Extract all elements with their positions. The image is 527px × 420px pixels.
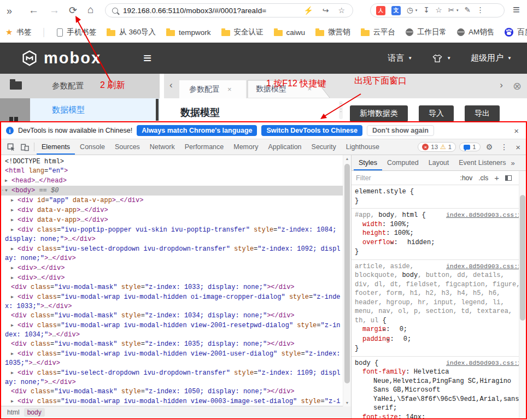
bookmark-item[interactable]: 云平台 bbox=[361, 27, 396, 37]
new-style-rule-icon[interactable]: + bbox=[494, 173, 499, 182]
css-declaration[interactable]: font-size: 14px; bbox=[355, 413, 522, 419]
dom-tree-node[interactable]: ▶<div data-v-app>…</div> bbox=[1, 205, 351, 215]
devtools-tab-sources[interactable]: Sources bbox=[110, 140, 145, 155]
bookmark-item[interactable]: 工作日常 bbox=[406, 27, 447, 37]
bookmark-item[interactable]: 安全认证 bbox=[221, 27, 264, 37]
scroll-up-icon[interactable]: ▲ bbox=[346, 157, 349, 161]
device-toolbar-icon[interactable] bbox=[21, 143, 29, 151]
sidebar-item-data-model[interactable]: 数据模型 bbox=[30, 98, 160, 121]
screenshot-extension-icon[interactable]: ✂ bbox=[448, 6, 454, 15]
bookmark-item[interactable]: 微营销 bbox=[315, 27, 350, 37]
devtools-tab-memory[interactable]: Memory bbox=[229, 140, 263, 155]
breadcrumb-body[interactable]: body bbox=[24, 408, 45, 417]
expand-icon[interactable]: ▶ bbox=[11, 349, 17, 358]
dom-tree-node[interactable]: ▶<div class="ivu-modal-wrap ivu-modal-hi… bbox=[1, 321, 351, 340]
dom-tree-node[interactable]: ▶<div class="ivu-poptip-popper vui-skin … bbox=[1, 225, 351, 244]
css-declaration[interactable]: margin: ▶0; bbox=[355, 325, 522, 335]
dom-tree-node[interactable]: ▶<head>…</head> bbox=[1, 176, 351, 186]
stylesheet-link[interactable]: index.8d50d903.css:1 bbox=[446, 359, 522, 368]
dom-tree-node[interactable]: ▶<div>…</div> bbox=[1, 273, 351, 283]
splitter-handle[interactable] bbox=[339, 101, 343, 119]
match-language-button[interactable]: Always match Chrome's language bbox=[137, 125, 257, 136]
expand-icon[interactable]: ▶ bbox=[11, 273, 17, 282]
bookmark-star-icon[interactable]: ☆ bbox=[338, 6, 345, 15]
bookmark-item[interactable]: 百度 bbox=[505, 27, 527, 37]
expand-icon[interactable]: ▶ bbox=[11, 397, 17, 406]
elements-scrollbar[interactable]: ▲ ▼ bbox=[343, 155, 351, 406]
tab-close-icon[interactable]: × bbox=[227, 85, 232, 93]
css-declaration[interactable]: height: 100%; bbox=[355, 229, 522, 238]
style-rule[interactable]: index.8d50d903.css:1#app, body, html {wi… bbox=[352, 209, 526, 260]
stylesheet-link[interactable]: index.8d50d903.css:1 bbox=[446, 211, 522, 220]
bookmark-item[interactable]: ★书签 bbox=[5, 27, 31, 37]
translate-extension-icon[interactable]: 文 bbox=[391, 6, 401, 15]
action-button[interactable]: 新增数据类 bbox=[350, 105, 408, 122]
address-bar[interactable]: 192.168.0.66:5110/mobox3/#/0001?areaId= … bbox=[105, 3, 353, 17]
action-button[interactable]: 导入 bbox=[419, 105, 454, 122]
devtools-tab-security[interactable]: Security bbox=[307, 140, 341, 155]
tabs-scroll-left-icon[interactable]: ‹ bbox=[169, 80, 173, 91]
bolt-icon[interactable]: ⚡ bbox=[303, 6, 313, 15]
expand-icon[interactable]: ▶ bbox=[11, 292, 17, 301]
styles-scrollbar[interactable] bbox=[519, 171, 526, 418]
dom-tree-node[interactable]: <div class="ivu-modal-mask" style="z-ind… bbox=[1, 387, 351, 397]
expand-icon[interactable]: ▶ bbox=[11, 205, 17, 215]
user-menu[interactable]: 超级用户▼ bbox=[471, 53, 512, 63]
scroll-down-icon[interactable]: ▼ bbox=[346, 401, 349, 405]
tabs-scroll-right-icon[interactable]: › bbox=[500, 80, 503, 91]
styles-tab-event-listeners[interactable]: Event Listeners bbox=[454, 156, 511, 170]
styles-tab-computed[interactable]: Computed bbox=[382, 156, 424, 170]
close-all-tabs-icon[interactable]: ⊗ bbox=[513, 80, 522, 92]
sidebar-header[interactable]: 参数配置 bbox=[0, 74, 160, 98]
expand-icon[interactable]: ▶ bbox=[11, 263, 17, 273]
dom-tree-node[interactable]: <div class="ivu-modal-mask" style="z-ind… bbox=[1, 283, 351, 292]
style-rule[interactable]: element.style {} bbox=[352, 185, 526, 209]
bookmark-item[interactable]: caiwu bbox=[274, 28, 306, 37]
dom-tree-node[interactable]: ▶<div class="ivu-select-dropdown ivu-dro… bbox=[1, 368, 351, 387]
bookmark-item[interactable]: AM销售 bbox=[457, 27, 494, 37]
bookmark-item[interactable]: tempwork bbox=[166, 28, 211, 37]
dom-tree-node[interactable]: ▶<div id="app" data-v-app>…</div> bbox=[1, 196, 351, 205]
filter-input[interactable]: Filter bbox=[356, 174, 371, 182]
devtools-tab-lighthouse[interactable]: Lighthouse bbox=[341, 140, 384, 155]
expand-icon[interactable]: ▶ bbox=[11, 244, 17, 253]
sidebar-pane-icon[interactable] bbox=[505, 175, 512, 181]
star-extension-icon[interactable]: ☆ bbox=[436, 6, 442, 15]
expand-icon[interactable]: ▶ bbox=[11, 321, 17, 330]
devtools-close-icon[interactable]: × bbox=[516, 143, 520, 152]
dom-tree-node[interactable]: ▶<div>…</div> bbox=[1, 263, 351, 273]
devtools-tab-application[interactable]: Application bbox=[263, 140, 306, 155]
history-extension-icon[interactable]: ◷ bbox=[407, 6, 413, 15]
dom-tree-node[interactable]: <div class="ivu-modal-mask" style="z-ind… bbox=[1, 340, 351, 349]
dom-tree-node[interactable]: ▶<div class="ivu-select-dropdown ivu-dro… bbox=[1, 244, 351, 263]
messages-badge[interactable]: 1 bbox=[459, 143, 480, 151]
devtools-tab-elements[interactable]: Elements bbox=[37, 140, 75, 155]
back-icon[interactable]: ← bbox=[28, 4, 39, 16]
dom-tree-node[interactable]: ▶<div class="ivu-modal-wrap ivu-modal-hi… bbox=[1, 397, 351, 406]
language-menu[interactable]: 语言▼ bbox=[388, 53, 412, 63]
home-icon[interactable]: ⌂ bbox=[87, 4, 93, 16]
style-rule[interactable]: index.8d50d903.css:1article, aside, bloc… bbox=[352, 260, 526, 357]
stylesheet-link[interactable]: index.8d50d903.css:1 bbox=[446, 262, 522, 271]
scrollbar-thumb[interactable] bbox=[520, 195, 525, 321]
dom-tree-node[interactable]: ▶<div class="ivu-modal-wrap ivu-modal-hi… bbox=[1, 349, 351, 368]
devtools-tab-network[interactable]: Network bbox=[145, 140, 180, 155]
overflow-chevron-icon[interactable]: » bbox=[7, 5, 12, 17]
refresh-icon[interactable]: ⟳ bbox=[69, 4, 77, 16]
hover-state-toggle[interactable]: :hov bbox=[460, 174, 473, 182]
action-button[interactable]: 导出 bbox=[465, 105, 500, 122]
dom-tree-node[interactable]: <html lang="en"> bbox=[1, 167, 351, 176]
styles-tab-layout[interactable]: Layout bbox=[424, 156, 454, 170]
devtools-kebab-icon[interactable]: ⋮ bbox=[500, 143, 508, 151]
bookmark-item[interactable]: 从 360导入 bbox=[107, 27, 156, 37]
switch-chinese-button[interactable]: Switch DevTools to Chinese bbox=[261, 125, 362, 136]
scrollbar-thumb[interactable] bbox=[344, 164, 350, 383]
styles-tab-styles[interactable]: Styles bbox=[354, 156, 382, 170]
app-menu-icon[interactable]: ≡ bbox=[143, 50, 151, 67]
style-rule[interactable]: index.8d50d903.css:1body {font-family: H… bbox=[352, 357, 526, 419]
devtools-settings-icon[interactable]: ⚙ bbox=[486, 143, 493, 151]
tab-param-config[interactable]: 参数配置 × bbox=[179, 80, 246, 98]
inspect-icon[interactable] bbox=[7, 143, 15, 151]
url-text[interactable]: 192.168.0.66:5110/mobox3/#/0001?areaId= bbox=[123, 7, 303, 15]
pen-extension-icon[interactable]: ✎ bbox=[465, 6, 471, 15]
